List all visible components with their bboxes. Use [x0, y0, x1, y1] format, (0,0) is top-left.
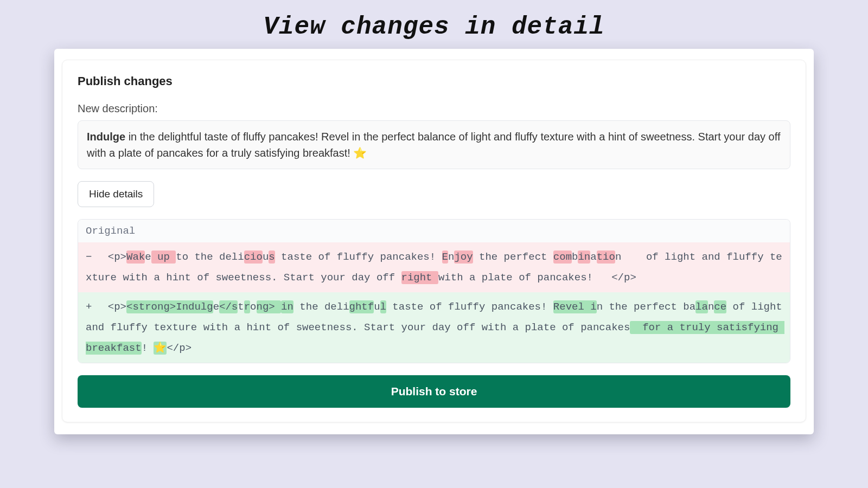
- publish-changes-card: Publish changes New description: Indulge…: [62, 60, 806, 422]
- diff-header: Original: [78, 220, 790, 242]
- description-text: in the delightful taste of fluffy pancak…: [87, 131, 780, 159]
- page-title: View changes in detail: [0, 0, 868, 49]
- new-description-preview: Indulge in the delightful taste of fluff…: [78, 120, 790, 169]
- card-title: Publish changes: [78, 74, 790, 88]
- hide-details-button[interactable]: Hide details: [78, 181, 154, 207]
- description-strong: Indulge: [87, 131, 125, 143]
- diff-removed-line: − <p>Wake up to the delicious taste of f…: [78, 242, 790, 292]
- publish-to-store-button[interactable]: Publish to store: [78, 375, 790, 408]
- outer-card: Publish changes New description: Indulge…: [54, 49, 814, 434]
- diff-added-line: + <p><strong>Indulge</strong> in the del…: [78, 292, 790, 363]
- new-description-label: New description:: [78, 102, 790, 115]
- diff-viewer: Original − <p>Wake up to the delicious t…: [78, 219, 790, 363]
